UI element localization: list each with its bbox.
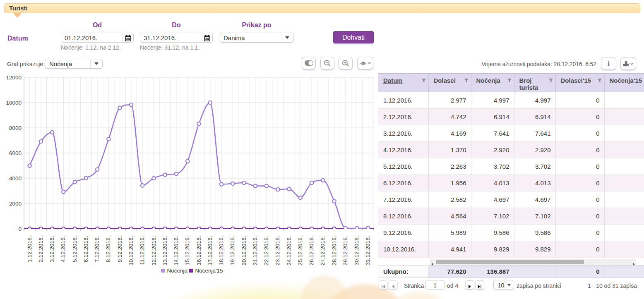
svg-text:24.12.2016.: 24.12.2016. xyxy=(286,236,292,266)
svg-text:23.12.2016.: 23.12.2016. xyxy=(274,236,281,266)
svg-text:6.12.2016.: 6.12.2016. xyxy=(83,236,89,263)
svg-text:11.12.2016.: 11.12.2016. xyxy=(139,236,145,265)
svg-text:10000: 10000 xyxy=(6,100,22,106)
svg-text:29.12.2016.: 29.12.2016. xyxy=(342,236,348,266)
svg-text:0: 0 xyxy=(18,226,22,232)
svg-text:8000: 8000 xyxy=(9,125,22,131)
svg-text:12000: 12000 xyxy=(6,74,22,81)
svg-text:5.12.2016.: 5.12.2016. xyxy=(72,236,78,263)
svg-text:2.12.2016.: 2.12.2016. xyxy=(38,236,44,263)
svg-text:18.12.2016.: 18.12.2016. xyxy=(218,236,224,266)
svg-text:6000: 6000 xyxy=(9,150,22,156)
svg-text:31.12.2016.: 31.12.2016. xyxy=(365,236,371,266)
svg-text:26.12.2016.: 26.12.2016. xyxy=(308,236,315,266)
svg-text:8.12.2016.: 8.12.2016. xyxy=(105,236,111,263)
svg-text:4000: 4000 xyxy=(9,175,22,182)
svg-text:4.12.2016.: 4.12.2016. xyxy=(60,236,66,263)
svg-text:25.12.2016.: 25.12.2016. xyxy=(297,236,303,266)
svg-text:17.12.2016.: 17.12.2016. xyxy=(207,236,213,266)
svg-text:28.12.2016.: 28.12.2016. xyxy=(331,236,337,266)
svg-text:2000: 2000 xyxy=(9,201,22,207)
svg-text:19.12.2016.: 19.12.2016. xyxy=(229,236,235,266)
svg-text:10.12.2016.: 10.12.2016. xyxy=(128,236,134,266)
svg-text:14.12.2016.: 14.12.2016. xyxy=(173,236,179,266)
svg-text:22.12.2016.: 22.12.2016. xyxy=(263,236,269,266)
svg-text:Noćenja: Noćenja xyxy=(167,268,188,274)
svg-text:16.12.2016.: 16.12.2016. xyxy=(196,236,202,266)
svg-text:7.12.2016.: 7.12.2016. xyxy=(94,236,100,263)
svg-text:21.12.2016.: 21.12.2016. xyxy=(252,236,258,266)
svg-text:27.12.2016.: 27.12.2016. xyxy=(320,236,326,266)
svg-text:3.12.2016.: 3.12.2016. xyxy=(49,236,55,263)
svg-text:30.12.2016.: 30.12.2016. xyxy=(353,236,360,266)
svg-text:Noćenja'15: Noćenja'15 xyxy=(195,268,223,274)
svg-text:12.12.2016.: 12.12.2016. xyxy=(151,236,157,266)
svg-text:15.12.2016.: 15.12.2016. xyxy=(184,236,190,266)
svg-text:20.12.2016.: 20.12.2016. xyxy=(241,236,247,266)
svg-text:13.12.2016.: 13.12.2016. xyxy=(162,236,168,266)
svg-text:1.12.2016.: 1.12.2016. xyxy=(26,236,33,263)
svg-text:9.12.2016.: 9.12.2016. xyxy=(117,236,123,263)
